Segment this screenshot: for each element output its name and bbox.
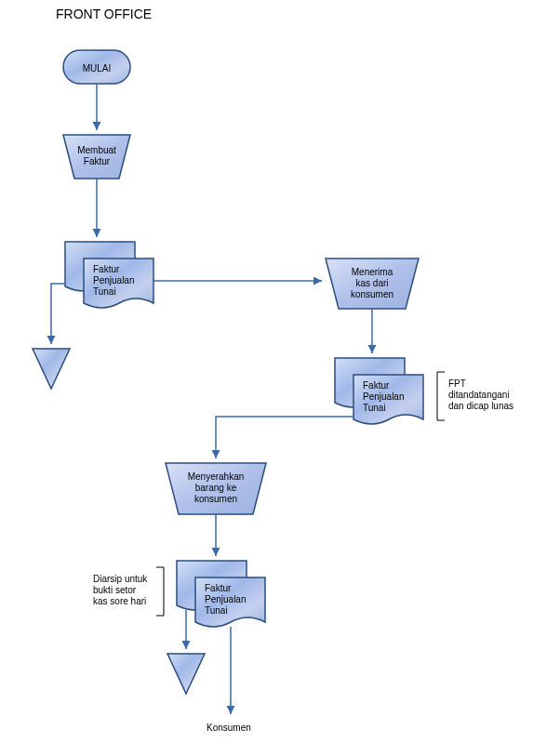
svg-text:bukti setor: bukti setor xyxy=(93,585,137,595)
svg-text:FPT: FPT xyxy=(448,378,466,389)
start-node: MULAI xyxy=(63,50,130,84)
annotation-fpt: FPT ditandatangani dan dicap lunas xyxy=(437,372,513,420)
end-label: Konsumen xyxy=(207,723,251,733)
svg-text:Menyerahkan: Menyerahkan xyxy=(188,471,245,482)
svg-text:Penjualan: Penjualan xyxy=(93,275,134,285)
svg-text:Tunai: Tunai xyxy=(93,286,116,297)
svg-marker-28 xyxy=(167,654,205,694)
svg-text:Tunai: Tunai xyxy=(205,605,228,616)
svg-text:kas sore hari: kas sore hari xyxy=(93,596,146,606)
connector xyxy=(216,417,353,458)
svg-text:barang ke: barang ke xyxy=(195,483,237,493)
process-membuat-faktur: Membuat Faktur xyxy=(63,135,130,179)
diagram-title: FRONT OFFICE xyxy=(56,7,152,21)
svg-text:Faktur: Faktur xyxy=(93,264,120,274)
svg-text:Penjualan: Penjualan xyxy=(363,391,404,402)
svg-marker-7 xyxy=(33,349,70,389)
connector xyxy=(51,284,65,344)
svg-text:Penjualan: Penjualan xyxy=(205,594,246,604)
svg-text:konsumen: konsumen xyxy=(351,289,393,299)
svg-text:kas dari: kas dari xyxy=(355,278,388,288)
svg-text:Menerima: Menerima xyxy=(352,267,393,277)
svg-text:Tunai: Tunai xyxy=(363,403,386,413)
svg-text:konsumen: konsumen xyxy=(194,494,237,504)
svg-text:Diarsip untuk: Diarsip untuk xyxy=(93,574,148,584)
annotation-diarsip: Diarsip untuk bukti setor kas sore hari xyxy=(93,567,164,616)
file-archive-1 xyxy=(33,349,70,389)
svg-text:Faktur: Faktur xyxy=(205,583,232,593)
svg-text:Membuat: Membuat xyxy=(77,145,116,155)
flowchart-diagram: FRONT OFFICE MULAI Membuat Faktur Faktur… xyxy=(0,0,560,743)
document-faktur-3: Faktur Penjualan Tunai xyxy=(177,561,265,627)
document-faktur-1: Faktur Penjualan Tunai xyxy=(65,242,153,308)
svg-text:Faktur: Faktur xyxy=(363,380,390,391)
svg-text:dan dicap lunas: dan dicap lunas xyxy=(448,401,513,411)
document-faktur-2: Faktur Penjualan Tunai xyxy=(335,358,423,424)
svg-text:Faktur: Faktur xyxy=(84,156,111,166)
process-menerima-kas: Menerima kas dari konsumen xyxy=(326,259,419,309)
svg-text:ditandatangani: ditandatangani xyxy=(448,390,510,400)
file-archive-2 xyxy=(167,654,205,694)
process-menyerahkan-barang: Menyerahkan barang ke konsumen xyxy=(166,463,266,514)
start-label: MULAI xyxy=(83,63,112,73)
